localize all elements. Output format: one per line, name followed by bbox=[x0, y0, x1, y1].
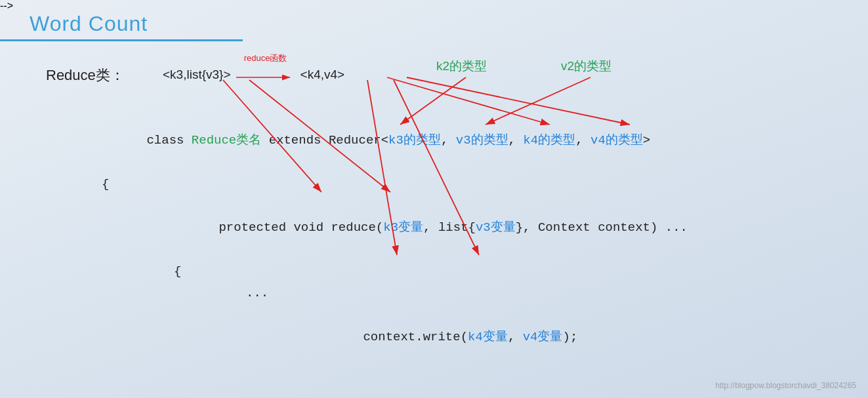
k2-type-label: k2的类型 bbox=[436, 58, 487, 75]
code-line-8: ... bbox=[102, 391, 688, 398]
page-title: Word Count bbox=[30, 12, 148, 36]
top-accent-bar bbox=[0, 39, 243, 41]
diagram-row: <k3,list{v3}> reduce函数 <k4,v4> bbox=[163, 66, 344, 84]
reduce-class-label: Reduce类： bbox=[46, 66, 125, 85]
reduce-label-text: Reduce类： bbox=[46, 67, 125, 83]
code-line-7 bbox=[102, 370, 688, 391]
horizontal-arrow-svg bbox=[236, 71, 295, 84]
diagram-output: <k4,v4> bbox=[300, 68, 345, 82]
watermark: http://blogpow.blogstorchavdi_38024265 bbox=[715, 381, 856, 390]
reduce-func-label: reduce函数 bbox=[244, 52, 287, 64]
code-line-3: protected void reduce(k3变量, list{v3变量}, … bbox=[102, 195, 688, 261]
code-block: class Reduce类名 extends Reducer<k3的类型, v3… bbox=[102, 108, 688, 398]
code-line-5: ... bbox=[102, 283, 688, 304]
code-line-1: class Reduce类名 extends Reducer<k3的类型, v3… bbox=[102, 108, 688, 174]
diagram-input: <k3,list{v3}> bbox=[163, 68, 231, 82]
slide-container: Word Count Reduce类： --> <k3,list{v3}> re… bbox=[0, 0, 868, 398]
v2-type-label: v2的类型 bbox=[561, 58, 611, 75]
code-line-4: { bbox=[102, 261, 688, 283]
code-line-2: { bbox=[102, 174, 688, 195]
diagram-arrow-wrapper: reduce函数 bbox=[236, 66, 295, 84]
code-line-6: context.write(k4变量, v4变量); bbox=[102, 304, 688, 370]
